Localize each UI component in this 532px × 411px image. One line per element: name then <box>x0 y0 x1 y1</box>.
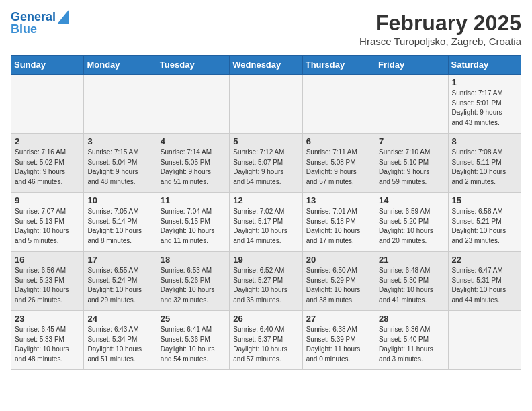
weekday-header: Sunday <box>11 56 84 75</box>
calendar-cell: 21Sunrise: 6:48 AM Sunset: 5:30 PM Dayli… <box>375 252 448 311</box>
day-number: 19 <box>233 255 298 265</box>
day-number: 3 <box>87 136 152 146</box>
calendar-cell: 13Sunrise: 7:01 AM Sunset: 5:18 PM Dayli… <box>302 193 375 252</box>
calendar-cell: 9Sunrise: 7:07 AM Sunset: 5:13 PM Daylig… <box>11 193 84 252</box>
day-info: Sunrise: 6:47 AM Sunset: 5:31 PM Dayligh… <box>452 266 517 305</box>
calendar-cell: 10Sunrise: 7:05 AM Sunset: 5:14 PM Dayli… <box>84 193 157 252</box>
day-info: Sunrise: 7:02 AM Sunset: 5:17 PM Dayligh… <box>233 207 298 246</box>
day-info: Sunrise: 6:52 AM Sunset: 5:27 PM Dayligh… <box>233 266 298 305</box>
day-info: Sunrise: 6:56 AM Sunset: 5:23 PM Dayligh… <box>15 266 80 305</box>
day-number: 21 <box>379 255 444 265</box>
calendar-cell: 1Sunrise: 7:17 AM Sunset: 5:01 PM Daylig… <box>448 75 521 134</box>
day-number: 28 <box>379 314 444 324</box>
calendar-cell: 14Sunrise: 6:59 AM Sunset: 5:20 PM Dayli… <box>375 193 448 252</box>
day-info: Sunrise: 6:36 AM Sunset: 5:40 PM Dayligh… <box>379 325 444 364</box>
svg-marker-0 <box>57 9 69 24</box>
day-number: 7 <box>379 136 444 146</box>
calendar-cell: 23Sunrise: 6:45 AM Sunset: 5:33 PM Dayli… <box>11 311 84 370</box>
day-info: Sunrise: 7:12 AM Sunset: 5:07 PM Dayligh… <box>233 148 298 187</box>
weekday-header-row: SundayMondayTuesdayWednesdayThursdayFrid… <box>11 56 521 75</box>
day-number: 25 <box>161 314 226 324</box>
day-info: Sunrise: 6:40 AM Sunset: 5:37 PM Dayligh… <box>233 325 298 364</box>
day-number: 18 <box>161 255 226 265</box>
location-title: Hrasce Turopoljsko, Zagreb, Croatia <box>359 36 521 47</box>
weekday-header: Saturday <box>448 56 521 75</box>
calendar-cell: 27Sunrise: 6:38 AM Sunset: 5:39 PM Dayli… <box>302 311 375 370</box>
day-info: Sunrise: 6:38 AM Sunset: 5:39 PM Dayligh… <box>306 325 371 364</box>
day-number: 17 <box>87 255 152 265</box>
day-number: 23 <box>15 314 80 324</box>
day-number: 10 <box>87 195 152 205</box>
calendar-cell <box>230 75 302 134</box>
day-info: Sunrise: 7:15 AM Sunset: 5:04 PM Dayligh… <box>87 148 152 187</box>
day-info: Sunrise: 7:05 AM Sunset: 5:14 PM Dayligh… <box>87 207 152 246</box>
calendar-week-row: 1Sunrise: 7:17 AM Sunset: 5:01 PM Daylig… <box>11 75 521 134</box>
calendar-body: 1Sunrise: 7:17 AM Sunset: 5:01 PM Daylig… <box>11 75 521 370</box>
month-title: February 2025 <box>359 11 521 36</box>
day-info: Sunrise: 6:45 AM Sunset: 5:33 PM Dayligh… <box>15 325 80 364</box>
logo-icon <box>57 9 69 24</box>
logo: General Blue <box>11 11 69 36</box>
day-number: 22 <box>452 255 517 265</box>
day-number: 15 <box>452 195 517 205</box>
day-number: 1 <box>452 77 517 87</box>
day-number: 12 <box>233 195 298 205</box>
calendar-cell <box>302 75 375 134</box>
weekday-header: Thursday <box>302 56 375 75</box>
calendar-cell: 12Sunrise: 7:02 AM Sunset: 5:17 PM Dayli… <box>230 193 302 252</box>
calendar-cell: 7Sunrise: 7:10 AM Sunset: 5:10 PM Daylig… <box>375 134 448 193</box>
logo-text2: Blue <box>11 23 37 36</box>
calendar-cell: 3Sunrise: 7:15 AM Sunset: 5:04 PM Daylig… <box>84 134 157 193</box>
day-number: 2 <box>15 136 80 146</box>
calendar-week-row: 2Sunrise: 7:16 AM Sunset: 5:02 PM Daylig… <box>11 134 521 193</box>
calendar-cell: 16Sunrise: 6:56 AM Sunset: 5:23 PM Dayli… <box>11 252 84 311</box>
day-number: 4 <box>161 136 226 146</box>
day-number: 27 <box>306 314 371 324</box>
day-info: Sunrise: 7:01 AM Sunset: 5:18 PM Dayligh… <box>306 207 371 246</box>
calendar-week-row: 23Sunrise: 6:45 AM Sunset: 5:33 PM Dayli… <box>11 311 521 370</box>
day-info: Sunrise: 6:43 AM Sunset: 5:34 PM Dayligh… <box>87 325 152 364</box>
calendar-week-row: 9Sunrise: 7:07 AM Sunset: 5:13 PM Daylig… <box>11 193 521 252</box>
day-info: Sunrise: 7:08 AM Sunset: 5:11 PM Dayligh… <box>452 148 517 187</box>
weekday-header: Wednesday <box>230 56 302 75</box>
day-info: Sunrise: 6:59 AM Sunset: 5:20 PM Dayligh… <box>379 207 444 246</box>
calendar-cell: 4Sunrise: 7:14 AM Sunset: 5:05 PM Daylig… <box>157 134 229 193</box>
day-info: Sunrise: 7:10 AM Sunset: 5:10 PM Dayligh… <box>379 148 444 187</box>
day-number: 16 <box>15 255 80 265</box>
day-info: Sunrise: 6:41 AM Sunset: 5:36 PM Dayligh… <box>161 325 226 364</box>
calendar-cell <box>448 311 521 370</box>
day-number: 20 <box>306 255 371 265</box>
day-info: Sunrise: 6:55 AM Sunset: 5:24 PM Dayligh… <box>87 266 152 305</box>
day-info: Sunrise: 7:17 AM Sunset: 5:01 PM Dayligh… <box>452 89 517 128</box>
calendar-cell <box>84 75 157 134</box>
calendar-cell: 26Sunrise: 6:40 AM Sunset: 5:37 PM Dayli… <box>230 311 302 370</box>
calendar-cell: 22Sunrise: 6:47 AM Sunset: 5:31 PM Dayli… <box>448 252 521 311</box>
day-number: 24 <box>87 314 152 324</box>
calendar-cell: 5Sunrise: 7:12 AM Sunset: 5:07 PM Daylig… <box>230 134 302 193</box>
calendar-cell <box>157 75 229 134</box>
day-info: Sunrise: 7:07 AM Sunset: 5:13 PM Dayligh… <box>15 207 80 246</box>
day-number: 8 <box>452 136 517 146</box>
day-number: 11 <box>161 195 226 205</box>
day-number: 13 <box>306 195 371 205</box>
calendar-cell: 17Sunrise: 6:55 AM Sunset: 5:24 PM Dayli… <box>84 252 157 311</box>
day-number: 26 <box>233 314 298 324</box>
page-header: General Blue February 2025 Hrasce Turopo… <box>11 11 521 47</box>
day-info: Sunrise: 6:48 AM Sunset: 5:30 PM Dayligh… <box>379 266 444 305</box>
calendar-table: SundayMondayTuesdayWednesdayThursdayFrid… <box>11 55 521 370</box>
title-area: February 2025 Hrasce Turopoljsko, Zagreb… <box>359 11 521 47</box>
calendar-week-row: 16Sunrise: 6:56 AM Sunset: 5:23 PM Dayli… <box>11 252 521 311</box>
calendar-cell: 25Sunrise: 6:41 AM Sunset: 5:36 PM Dayli… <box>157 311 229 370</box>
day-info: Sunrise: 7:16 AM Sunset: 5:02 PM Dayligh… <box>15 148 80 187</box>
weekday-header: Tuesday <box>157 56 229 75</box>
calendar-cell: 20Sunrise: 6:50 AM Sunset: 5:29 PM Dayli… <box>302 252 375 311</box>
day-number: 5 <box>233 136 298 146</box>
calendar-cell: 11Sunrise: 7:04 AM Sunset: 5:15 PM Dayli… <box>157 193 229 252</box>
day-number: 14 <box>379 195 444 205</box>
calendar-cell: 19Sunrise: 6:52 AM Sunset: 5:27 PM Dayli… <box>230 252 302 311</box>
day-number: 9 <box>15 195 80 205</box>
calendar-cell <box>11 75 84 134</box>
day-info: Sunrise: 6:53 AM Sunset: 5:26 PM Dayligh… <box>161 266 226 305</box>
calendar-cell: 28Sunrise: 6:36 AM Sunset: 5:40 PM Dayli… <box>375 311 448 370</box>
weekday-header: Friday <box>375 56 448 75</box>
